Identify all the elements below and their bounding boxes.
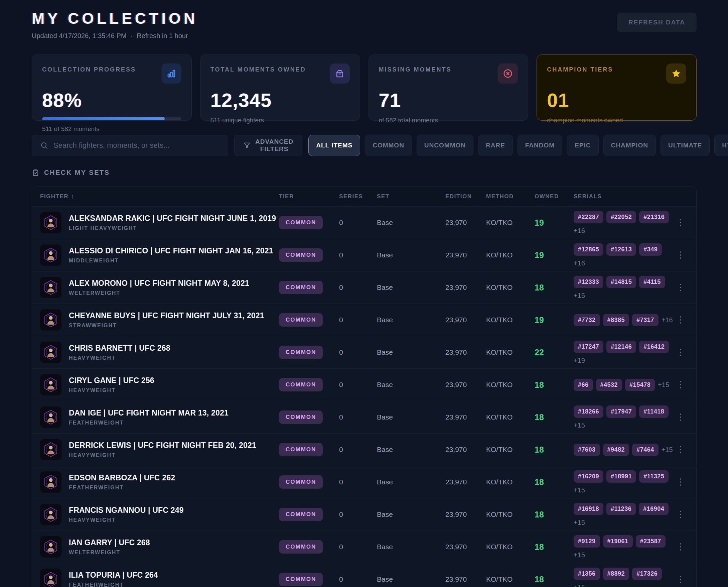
tier-badge: COMMON xyxy=(279,572,323,586)
search-box xyxy=(32,135,228,156)
serial-chip[interactable]: #9129 xyxy=(574,535,600,547)
serial-chip[interactable]: #7603 xyxy=(574,444,600,456)
row-menu-button[interactable] xyxy=(673,378,688,391)
serial-chip[interactable]: #11418 xyxy=(639,405,669,418)
row-menu-button[interactable] xyxy=(673,573,688,586)
serial-chip[interactable]: #16209 xyxy=(574,470,603,483)
card-label: CHAMPION TIERS xyxy=(547,64,613,73)
table-row[interactable]: ALEKSANDAR RAKIC | UFC FIGHT NIGHT JUNE … xyxy=(32,206,696,239)
serials-overflow-count: +15 xyxy=(574,292,673,300)
serial-chip[interactable]: #17247 xyxy=(574,341,603,353)
set-cell: Base xyxy=(377,478,445,486)
filter-chip-common[interactable]: COMMON xyxy=(365,135,412,156)
row-menu-button[interactable] xyxy=(673,216,688,229)
serial-chip[interactable]: #12613 xyxy=(606,243,636,256)
owned-count: 19 xyxy=(535,218,574,228)
search-input[interactable] xyxy=(53,141,220,150)
serial-chip[interactable]: #18991 xyxy=(606,470,636,483)
column-header-tier[interactable]: TIER xyxy=(279,193,339,200)
serial-chip[interactable]: #17947 xyxy=(606,405,636,418)
serial-chip[interactable]: #7317 xyxy=(632,314,658,326)
serial-chip[interactable]: #22052 xyxy=(606,211,636,223)
serial-chip[interactable]: #11236 xyxy=(606,503,636,515)
table-row[interactable]: DERRICK LEWIS | UFC FIGHT NIGHT FEB 20, … xyxy=(32,433,696,466)
serial-chip[interactable]: #8892 xyxy=(603,568,629,580)
serial-chip[interactable]: #12865 xyxy=(574,243,603,256)
table-row[interactable]: FRANCIS NGANNOU | UFC 249 HEAVYWEIGHT CO… xyxy=(32,498,696,531)
serial-chip[interactable]: #4532 xyxy=(596,379,623,391)
serial-chip[interactable]: #19061 xyxy=(603,535,633,547)
row-menu-button[interactable] xyxy=(673,346,688,359)
table-row[interactable]: CHEYANNE BUYS | UFC FIGHT NIGHT JULY 31,… xyxy=(32,304,696,336)
filter-chip-all-items[interactable]: ALL ITEMS xyxy=(308,135,360,156)
missing-moments-value: 71 xyxy=(379,89,518,111)
serial-chip[interactable]: #1356 xyxy=(574,568,600,580)
row-menu-button[interactable] xyxy=(673,443,688,456)
serial-chip[interactable]: #22287 xyxy=(574,211,603,223)
row-menu-button[interactable] xyxy=(673,281,688,294)
serial-chip[interactable]: #7464 xyxy=(632,444,658,456)
edition-cell: 23,970 xyxy=(445,348,486,356)
filter-chip-fandom[interactable]: FANDOM xyxy=(517,135,562,156)
column-header-fighter[interactable]: FIGHTER ↑ xyxy=(40,193,279,200)
serials-cell: #9129#19061#23587+15 xyxy=(574,535,673,559)
filter-chip-hype[interactable]: HYPE xyxy=(714,135,728,156)
serial-chip[interactable]: #12146 xyxy=(606,341,636,353)
column-header-owned[interactable]: OWNED xyxy=(535,193,574,200)
table-row[interactable]: CHRIS BARNETT | UFC 268 HEAVYWEIGHT COMM… xyxy=(32,336,696,368)
filter-chip-ultimate[interactable]: ULTIMATE xyxy=(660,135,710,156)
serial-chip[interactable]: #4115 xyxy=(639,276,665,288)
row-menu-button[interactable] xyxy=(673,313,688,326)
row-menu-button[interactable] xyxy=(673,249,688,261)
table-row[interactable]: ILIA TOPURIA | UFC 264 FEATHERWEIGHT COM… xyxy=(32,563,696,587)
serial-chip[interactable]: #9482 xyxy=(603,444,629,456)
column-header-serials[interactable]: SERIALS xyxy=(574,193,673,200)
edition-cell: 23,970 xyxy=(445,413,486,421)
serial-chip[interactable]: #66 xyxy=(574,379,593,391)
champion-tiers-card: CHAMPION TIERS 01 champion moments owned xyxy=(537,54,697,121)
serial-chip[interactable]: #17326 xyxy=(632,568,662,580)
filter-chip-rare[interactable]: RARE xyxy=(478,135,513,156)
serial-chip[interactable]: #16904 xyxy=(639,503,669,515)
filter-chip-champion[interactable]: CHAMPION xyxy=(603,135,656,156)
row-menu-button[interactable] xyxy=(673,541,688,553)
fighter-avatar xyxy=(40,342,62,363)
table-row[interactable]: ALEX MORONO | UFC FIGHT NIGHT MAY 8, 202… xyxy=(32,271,696,304)
serial-chip[interactable]: #18266 xyxy=(574,405,603,418)
serial-chip[interactable]: #7732 xyxy=(574,314,600,326)
method-cell: KO/TKO xyxy=(486,446,535,454)
serial-chip[interactable]: #349 xyxy=(639,243,662,256)
table-row[interactable]: ALESSIO DI CHIRICO | UFC FIGHT NIGHT JAN… xyxy=(32,239,696,271)
serial-chip[interactable]: #15478 xyxy=(625,379,655,391)
serial-chip[interactable]: #8385 xyxy=(603,314,629,326)
serials-cell: #18266#17947#11418+15 xyxy=(574,405,673,429)
champion-tiers-sub: champion moments owned xyxy=(547,117,686,124)
row-menu-button[interactable] xyxy=(673,508,688,521)
set-cell: Base xyxy=(377,348,445,356)
refresh-data-button[interactable]: REFRESH DATA xyxy=(617,13,697,32)
serial-chip[interactable]: #12333 xyxy=(574,276,603,288)
fighter-weight-class: HEAVYWEIGHT xyxy=(69,388,154,394)
serial-chip[interactable]: #16412 xyxy=(639,341,669,353)
serial-chip[interactable]: #14815 xyxy=(606,276,636,288)
serial-chip[interactable]: #21316 xyxy=(639,211,669,223)
column-header-method[interactable]: METHOD xyxy=(486,193,535,200)
table-row[interactable]: IAN GARRY | UFC 268 WELTERWEIGHT COMMON … xyxy=(32,531,696,563)
advanced-filters-button[interactable]: ADVANCED FILTERS xyxy=(234,135,302,156)
fighter-weight-class: STRAWWEIGHT xyxy=(69,323,264,329)
check-my-sets-link[interactable]: CHECK MY SETS xyxy=(32,169,110,177)
row-menu-button[interactable] xyxy=(673,411,688,424)
column-header-series[interactable]: SERIES xyxy=(339,193,377,200)
series-cell: 0 xyxy=(339,446,377,454)
serial-chip[interactable]: #16918 xyxy=(574,503,603,515)
serial-chip[interactable]: #11325 xyxy=(639,470,669,483)
table-row[interactable]: CIRYL GANE | UFC 256 HEAVYWEIGHT COMMON … xyxy=(32,368,696,401)
filter-chip-epic[interactable]: EPIC xyxy=(567,135,598,156)
table-row[interactable]: DAN IGE | UFC FIGHT NIGHT MAR 13, 2021 F… xyxy=(32,401,696,433)
filter-chip-uncommon[interactable]: UNCOMMON xyxy=(417,135,474,156)
serial-chip[interactable]: #23587 xyxy=(636,535,665,547)
column-header-set[interactable]: SET xyxy=(377,193,445,200)
table-row[interactable]: EDSON BARBOZA | UFC 262 FEATHERWEIGHT CO… xyxy=(32,466,696,498)
column-header-edition[interactable]: EDITION xyxy=(445,193,486,200)
row-menu-button[interactable] xyxy=(673,476,688,488)
